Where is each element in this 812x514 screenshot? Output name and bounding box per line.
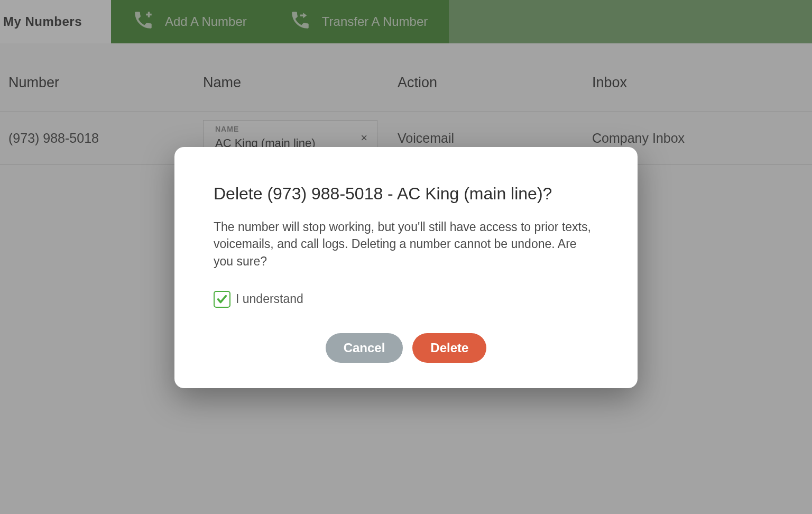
understand-label: I understand <box>236 292 303 306</box>
delete-confirm-modal: Delete (973) 988-5018 - AC King (main li… <box>174 147 638 388</box>
check-icon <box>216 293 228 305</box>
understand-checkbox[interactable] <box>214 291 230 308</box>
modal-body: The number will stop working, but you'll… <box>214 218 598 270</box>
delete-button[interactable]: Delete <box>412 333 486 363</box>
modal-overlay: Delete (973) 988-5018 - AC King (main li… <box>0 0 812 514</box>
modal-title: Delete (973) 988-5018 - AC King (main li… <box>214 184 598 204</box>
cancel-button[interactable]: Cancel <box>326 333 403 363</box>
